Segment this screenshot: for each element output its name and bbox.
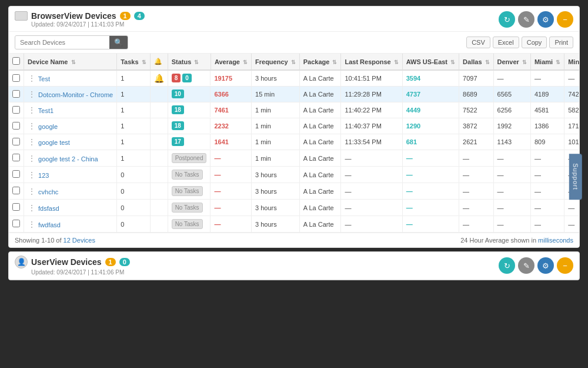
row-menu-icon[interactable]: ⋮ <box>28 74 36 83</box>
search-box: 🔍 <box>15 35 128 49</box>
col-denver[interactable]: Denver ⇅ <box>493 54 530 70</box>
refresh-button[interactable]: ↻ <box>499 11 515 28</box>
col-frequency[interactable]: Frequency ⇅ <box>252 54 300 70</box>
last-response-cell: 11:33:54 PM <box>341 134 402 150</box>
bottom-refresh-button[interactable]: ↻ <box>499 257 515 274</box>
device-table-container: Device Name ⇅ Tasks ⇅ 🔔 Status ⇅ Average… <box>9 54 579 233</box>
col-aws[interactable]: AWS US-East ⇅ <box>402 54 459 70</box>
device-name-link[interactable]: Dotcom-Monitor - Chrome <box>38 91 113 98</box>
toolbar: 🔍 CSV Excel Copy Print <box>9 32 579 54</box>
col-dallas[interactable]: Dallas ⇅ <box>459 54 493 70</box>
status-badge-red: 8 <box>172 74 181 82</box>
print-button[interactable]: Print <box>549 37 573 48</box>
row-checkbox[interactable] <box>12 90 20 98</box>
device-name-link[interactable]: google <box>38 123 58 130</box>
col-package[interactable]: Package ⇅ <box>299 54 341 70</box>
tasks-cell: 1 <box>117 70 150 87</box>
device-name-link[interactable]: google test 2 - China <box>38 155 98 163</box>
bottom-edit-button[interactable]: ✎ <box>518 257 534 274</box>
bottom-remove-button[interactable]: − <box>557 257 573 274</box>
col-miami[interactable]: Miami ⇅ <box>530 54 564 70</box>
row-checkbox[interactable] <box>12 220 20 227</box>
table-row: ⋮ fdsfasd 0 No Tasks — 3 hours A La Cart… <box>9 200 579 216</box>
col-average[interactable]: Average ⇅ <box>211 54 251 70</box>
device-name-link[interactable]: cvhchc <box>38 188 58 195</box>
package-cell: A La Carte <box>299 167 341 183</box>
device-name-link[interactable]: 123 <box>38 172 49 179</box>
dallas-cell: — <box>459 150 493 167</box>
dallas-cell: 7522 <box>459 102 493 118</box>
row-menu-icon[interactable]: ⋮ <box>28 170 36 180</box>
alert-cell <box>150 216 168 233</box>
col-device-name[interactable]: Device Name ⇅ <box>24 54 117 70</box>
table-row: ⋮ google test 2 - China 1 Postponed — 1 … <box>9 150 579 167</box>
average-cell: 19175 <box>211 70 251 87</box>
frequency-cell: 3 hours <box>252 216 300 233</box>
milliseconds-link[interactable]: milliseconds <box>538 237 573 244</box>
miami-cell: — <box>530 183 564 200</box>
device-name-link[interactable]: fwdfasd <box>38 221 61 228</box>
status-cell: 8 0 <box>168 71 211 85</box>
dallas-cell: — <box>459 183 493 200</box>
search-button[interactable]: 🔍 <box>109 36 128 49</box>
row-menu-icon[interactable]: ⋮ <box>28 137 36 147</box>
status-badge-teal: 0 <box>182 74 192 82</box>
total-devices-link[interactable]: 12 Devices <box>64 237 95 244</box>
row-checkbox[interactable] <box>12 138 20 145</box>
aws-cell: — <box>402 150 459 167</box>
col-tasks[interactable]: Tasks ⇅ <box>117 54 150 70</box>
row-checkbox[interactable] <box>12 170 20 178</box>
row-menu-icon[interactable]: ⋮ <box>28 89 36 99</box>
row-checkbox[interactable] <box>12 154 20 161</box>
row-checkbox-cell <box>9 118 24 134</box>
device-name-cell: ⋮ google <box>24 118 117 134</box>
search-input[interactable] <box>15 37 109 48</box>
row-checkbox[interactable] <box>12 106 20 114</box>
row-checkbox-cell <box>9 150 24 167</box>
bottom-settings-button[interactable]: ⚙ <box>537 257 554 274</box>
device-name-link[interactable]: fdsfasd <box>38 205 59 212</box>
status-cell: 18 <box>168 118 211 133</box>
miami-cell: — <box>530 216 564 233</box>
dallas-cell: 2621 <box>459 134 493 150</box>
device-name-link[interactable]: google test <box>38 139 70 146</box>
last-response-cell: 11:29:28 PM <box>341 87 402 102</box>
row-menu-icon[interactable]: ⋮ <box>28 154 36 163</box>
average-cell: 1641 <box>211 134 251 150</box>
select-all-checkbox[interactable] <box>12 57 20 65</box>
average-cell: — <box>211 200 251 216</box>
bottom-last-updated-label: Updated: 09/24/2017 | 11:41:06 PM <box>31 269 130 276</box>
support-tab[interactable]: Support <box>569 154 582 200</box>
row-menu-icon[interactable]: ⋮ <box>28 121 36 131</box>
package-cell: A La Carte <box>299 118 341 134</box>
device-name-link[interactable]: Test1 <box>38 107 54 114</box>
device-name-link[interactable]: Test <box>38 75 50 82</box>
aws-cell: 3594 <box>402 70 459 87</box>
select-all-header[interactable] <box>9 54 24 70</box>
row-checkbox[interactable] <box>12 122 20 130</box>
miami-cell: — <box>530 167 564 183</box>
col-minneapolis[interactable]: Minneapolis ⇅ <box>564 54 579 70</box>
edit-button[interactable]: ✎ <box>518 11 534 28</box>
miami-cell: 4189 <box>530 87 564 102</box>
dallas-cell: — <box>459 167 493 183</box>
csv-button[interactable]: CSV <box>466 37 490 48</box>
status-badge: 18 <box>172 121 184 130</box>
settings-button[interactable]: ⚙ <box>537 11 554 28</box>
device-name-cell: ⋮ cvhchc <box>24 183 117 200</box>
copy-button[interactable]: Copy <box>522 37 547 48</box>
row-checkbox[interactable] <box>12 203 20 211</box>
row-checkbox[interactable] <box>12 187 20 194</box>
row-checkbox[interactable] <box>12 74 20 82</box>
row-menu-icon[interactable]: ⋮ <box>28 203 36 213</box>
col-status[interactable]: Status ⇅ <box>168 54 211 70</box>
row-menu-icon[interactable]: ⋮ <box>28 187 36 196</box>
remove-button[interactable]: − <box>557 11 573 28</box>
bottom-panel: 👤 UserView Devices 1 0 Updated: 09/24/20… <box>8 251 580 280</box>
col-last-response[interactable]: Last Response ⇅ <box>341 54 402 70</box>
excel-button[interactable]: Excel <box>493 37 519 48</box>
frequency-cell: 1 min <box>252 102 300 118</box>
row-menu-icon[interactable]: ⋮ <box>28 105 36 115</box>
bottom-alert-badge: 1 <box>105 258 116 266</box>
row-menu-icon[interactable]: ⋮ <box>28 220 36 229</box>
